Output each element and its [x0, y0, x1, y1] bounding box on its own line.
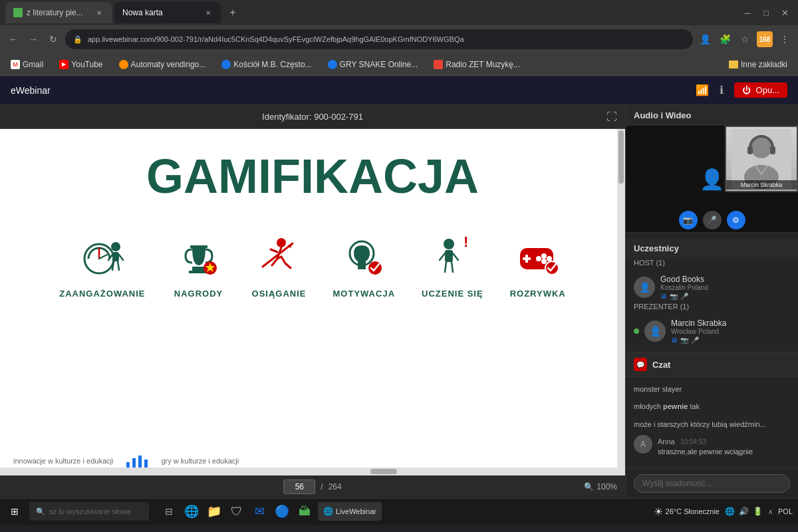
taskbar-right: ☀ 26°C Słonecznie 🌐 🔊 🔋 ∧ POL	[654, 505, 793, 518]
scrollbar-thumb[interactable]	[618, 130, 624, 184]
forward-button[interactable]: →	[25, 31, 41, 47]
tab-close-button[interactable]: ✕	[94, 8, 104, 17]
app-header-icons: 📶 ℹ ⏻ Opu...	[696, 82, 787, 98]
bookmark-automaty[interactable]: Automaty vendingo...	[114, 57, 211, 72]
extensions-button[interactable]: 🧩	[717, 31, 733, 47]
more-button[interactable]: ⋮	[777, 31, 793, 47]
tray-icons: ∧	[768, 508, 773, 515]
bookmark-gry[interactable]: GRY SNAKE Online...	[323, 57, 424, 72]
active-app-label: LiveWebinar	[336, 507, 376, 515]
bookmark-gmail[interactable]: M Gmail	[5, 57, 49, 72]
slide-title: GAMIFIKACJA	[146, 149, 479, 203]
photos-button[interactable]: 🏔	[295, 502, 314, 521]
gry-icon	[328, 60, 337, 69]
host-group: HOST (1)	[626, 259, 798, 272]
svg-point-30	[547, 256, 552, 261]
battery-icon[interactable]: 🔋	[753, 507, 763, 516]
icon-uczenie: ! UCZENIE SIĘ	[422, 230, 483, 299]
mail-button[interactable]: ✉	[250, 502, 269, 521]
explorer-button[interactable]: 📁	[205, 502, 223, 521]
icon-motywacja: MOTYWACJA	[333, 230, 396, 299]
bar1	[126, 462, 130, 467]
zoom-info: 🔍 100%	[584, 482, 617, 491]
scrollbar-h-thumb[interactable]	[370, 469, 397, 474]
page-input[interactable]	[283, 479, 315, 494]
new-tab-button[interactable]: +	[223, 3, 242, 22]
zaangazowanie-label: ZAANGAŻOWANIE	[59, 289, 145, 299]
chat-input[interactable]	[634, 474, 790, 493]
security-button[interactable]: 🛡	[227, 502, 246, 521]
opusc-button[interactable]: ⏻ Opu...	[734, 82, 787, 98]
svg-line-6	[119, 255, 123, 260]
presenter-video: Marcin Skrabka	[726, 127, 797, 191]
reload-button[interactable]: ↻	[45, 31, 61, 47]
chat-header: 💬 Czat	[626, 352, 798, 377]
svg-rect-28	[523, 257, 531, 260]
presentation-area: Identyfikator: 900-002-791 ⛶ GAMIFIKACJA	[0, 105, 625, 498]
automaty-icon	[119, 60, 128, 69]
footer-right: gry w kulturze i edukacji	[161, 457, 239, 465]
taskbar-search[interactable]: 🔍 sz tu wyszukiwane słowa	[29, 502, 149, 521]
bookmark-label: Automaty vendingo...	[131, 60, 206, 69]
bookmarks-bar: M Gmail ▶ YouTube Automaty vendingo... K…	[0, 53, 798, 76]
chat-input-row	[626, 468, 798, 498]
svg-rect-11	[190, 245, 207, 248]
tab-bar: z literatury pie... ✕ Nowa karta ✕ + ─ □…	[0, 0, 798, 25]
camera-button[interactable]: 📷	[679, 211, 698, 229]
back-button[interactable]: ←	[5, 31, 21, 47]
edge-button[interactable]: 🌐	[182, 502, 201, 521]
presenter-item: 👤 Marcin Skrabka Wroclaw Poland 🖥 📷 🎤	[626, 316, 798, 346]
anna-avatar: A	[634, 435, 652, 454]
audio-video-section: Audio i Wideo 👤	[626, 105, 798, 233]
url-text: app.livewebinar.com/900-002-791/r/aNd4Iu…	[88, 35, 685, 43]
chevron-icon[interactable]: ∧	[768, 508, 773, 515]
taskview-button[interactable]: ⊟	[160, 502, 178, 521]
settings-button[interactable]: ⚙	[727, 211, 745, 229]
svg-rect-17	[358, 267, 366, 269]
mic-button[interactable]: 🎤	[703, 211, 722, 229]
profile-button[interactable]: 👤	[697, 31, 713, 47]
bookmark-youtube[interactable]: ▶ YouTube	[54, 57, 108, 72]
sound-icon[interactable]: 🔊	[739, 507, 749, 516]
tab-nowa-karta[interactable]: Nowa karta ✕	[114, 2, 221, 23]
tab-label: Nowa karta	[122, 8, 163, 17]
fullscreen-button[interactable]: ⛶	[606, 111, 617, 123]
presenter-icons: 🖥 📷 🎤	[671, 336, 726, 344]
tab-close-button[interactable]: ✕	[203, 8, 213, 17]
maximize-button[interactable]: □	[758, 5, 774, 21]
collections-button[interactable]: 168	[757, 31, 773, 47]
right-panel: Audio i Wideo 👤	[625, 105, 798, 498]
chrome-button[interactable]: 🔵	[273, 502, 291, 521]
taskbar: ⊞ 🔍 sz tu wyszukiwane słowa ⊟ 🌐 📁 🛡 ✉ 🔵 …	[0, 498, 798, 525]
active-app-item[interactable]: 🌐 LiveWebinar	[318, 502, 382, 521]
favorites-button[interactable]: ☆	[737, 31, 753, 47]
bookmark-radio[interactable]: Radio ZET Muzykę...	[428, 57, 525, 72]
address-bar[interactable]: 🔒 app.livewebinar.com/900-002-791/r/aNd4…	[65, 29, 693, 49]
tab-literatury[interactable]: z literatury pie... ✕	[5, 2, 112, 23]
close-button[interactable]: ✕	[777, 5, 793, 21]
minimize-button[interactable]: ─	[739, 5, 755, 21]
search-icon: 🔍	[36, 507, 45, 516]
anna-time: 10:04:53	[680, 438, 706, 446]
svg-text:!: !	[464, 233, 468, 250]
mic-icon: 🎤	[680, 293, 688, 300]
bookmark-kosciol[interactable]: Kościół M.B. Często...	[216, 57, 317, 72]
icon-zaangazowanie: ZAANGAŻOWANIE	[59, 230, 145, 299]
app-header: eWebinar 📶 ℹ ⏻ Opu...	[0, 76, 798, 105]
vertical-scrollbar[interactable]	[617, 129, 625, 475]
browser-chrome: z literatury pie... ✕ Nowa karta ✕ + ─ □…	[0, 0, 798, 76]
active-app-icon: 🌐	[323, 507, 333, 516]
anna-text: straszne,ale pewnie wciągnie	[658, 447, 790, 457]
host-item: 👤 Good Books Koszalin Poland 🖥 📷 🎤	[626, 272, 798, 303]
address-bar-row: ← → ↻ 🔒 app.livewebinar.com/900-002-791/…	[0, 25, 798, 53]
page-separator: /	[321, 482, 323, 491]
zoom-level: 100%	[597, 482, 617, 491]
inne-zakladki-button[interactable]: Inne zakładki	[724, 59, 793, 70]
presenter-group: PREZENTER (1)	[626, 303, 798, 316]
nagrody-label: NAGRODY	[174, 289, 223, 299]
video-person-label: Marcin Skrabka	[726, 180, 797, 190]
info-icon[interactable]: ℹ	[720, 84, 724, 96]
horizontal-scrollbar[interactable]	[0, 467, 617, 475]
start-button[interactable]: ⊞	[5, 506, 24, 517]
network-icon[interactable]: 🌐	[725, 507, 735, 516]
